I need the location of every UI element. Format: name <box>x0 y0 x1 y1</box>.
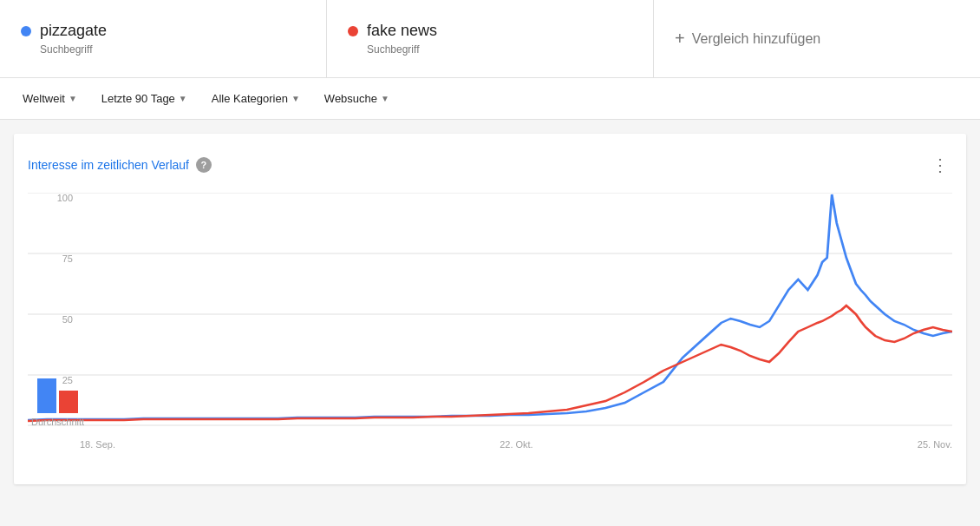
chevron-down-icon: ▼ <box>291 94 300 103</box>
x-label-oct: 22. Okt. <box>500 439 533 450</box>
blue-line-pizzagate <box>28 194 952 420</box>
avg-bar-blue <box>37 378 56 413</box>
chart-header: Interesse im zeitlichen Verlauf ? ⋮ <box>28 151 952 179</box>
filter-region[interactable]: Weltweit ▼ <box>14 87 86 110</box>
filter-category[interactable]: Alle Kategorien ▼ <box>203 87 309 110</box>
average-label: Durchschnitt <box>31 417 84 427</box>
filter-searchtype-label: Websuche <box>324 92 377 105</box>
chart-container: 100 75 50 25 <box>28 193 952 470</box>
add-comparison-button[interactable]: + Vergleich hinzufügen <box>654 0 980 77</box>
search-terms-bar: pizzagate Suchbegriff fake news Suchbegr… <box>0 0 980 78</box>
chevron-down-icon: ▼ <box>381 94 389 103</box>
x-label-sep: 18. Sep. <box>80 439 115 450</box>
avg-bar-red <box>59 391 78 413</box>
search-term-pizzagate[interactable]: pizzagate Suchbegriff <box>0 0 327 77</box>
filter-region-label: Weltweit <box>23 92 65 105</box>
filters-bar: Weltweit ▼ Letzte 90 Tage ▼ Alle Kategor… <box>0 78 980 120</box>
pizzagate-dot <box>21 26 31 36</box>
help-icon[interactable]: ? <box>196 157 212 173</box>
main-content: Interesse im zeitlichen Verlauf ? ⋮ 100 … <box>0 120 980 498</box>
x-label-nov: 25. Nov. <box>918 439 952 450</box>
pizzagate-term-type: Suchbegriff <box>40 43 305 56</box>
filter-timerange-label: Letzte 90 Tage <box>101 92 175 105</box>
plus-icon: + <box>675 29 685 49</box>
search-term-fakenews[interactable]: fake news Suchbegriff <box>327 0 654 77</box>
x-axis-labels: 18. Sep. 22. Okt. 25. Nov. <box>80 436 952 450</box>
filter-timerange[interactable]: Letzte 90 Tage ▼ <box>93 87 196 110</box>
red-line-fakenews <box>28 306 952 421</box>
chevron-down-icon: ▼ <box>179 94 187 103</box>
chevron-down-icon: ▼ <box>69 94 77 103</box>
filter-searchtype[interactable]: Websuche ▼ <box>316 87 398 110</box>
pizzagate-term-name: pizzagate <box>40 22 107 40</box>
fakenews-term-type: Suchbegriff <box>367 43 632 56</box>
filter-category-label: Alle Kategorien <box>212 92 288 105</box>
fakenews-term-name: fake news <box>367 22 437 40</box>
chart-title-row: Interesse im zeitlichen Verlauf ? <box>28 157 212 173</box>
line-chart-svg <box>28 193 952 436</box>
add-comparison-label: Vergleich hinzufügen <box>692 31 821 47</box>
chart-card: Interesse im zeitlichen Verlauf ? ⋮ 100 … <box>14 134 966 484</box>
average-section: Durchschnitt <box>31 378 84 427</box>
more-options-icon[interactable]: ⋮ <box>928 151 952 179</box>
chart-title: Interesse im zeitlichen Verlauf <box>28 158 189 172</box>
fakenews-dot <box>348 26 358 36</box>
